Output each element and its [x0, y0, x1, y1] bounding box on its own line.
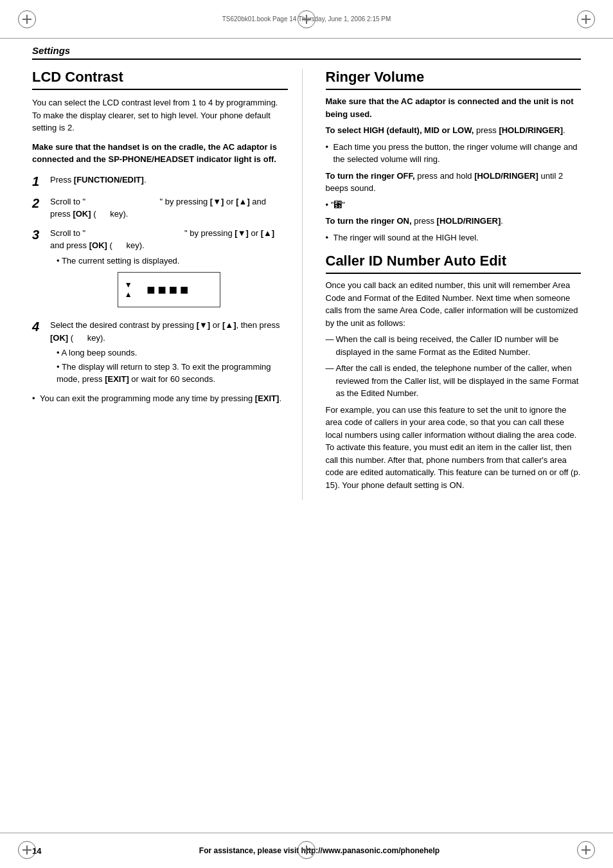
ringer-on-bullet: The ringer will sound at the HIGH level. — [326, 231, 582, 244]
caller-id-title: Caller ID Number Auto Edit — [326, 253, 582, 274]
ringer-off-text: To turn the ringer OFF, press and hold [… — [326, 170, 582, 195]
lcd-display: ▼▲ ■■■■ — [118, 272, 220, 307]
lcd-contrast-intro: You can select the LCD contrast level fr… — [32, 96, 288, 134]
step-4-bullet-1: • A long beep sounds. — [50, 347, 288, 359]
ringer-off-symbol: • "␹" — [326, 199, 582, 212]
caller-id-para1: Once you call back an edited number, thi… — [326, 279, 582, 329]
ringer-bullet-1: Each time you press the button, the ring… — [326, 141, 582, 166]
reg-mark-top-left — [18, 10, 36, 28]
step-3-bullet: • The current setting is displayed. — [50, 255, 288, 267]
step-1-content: Press [FUNCTION/EDIT]. — [50, 174, 288, 186]
exit-note: You can exit the programming mode any ti… — [32, 392, 288, 405]
lcd-arrows: ▼▲ — [125, 280, 132, 299]
lcd-contrast-bold-note: Make sure that the handset is on the cra… — [32, 141, 288, 166]
reg-mark-top-mid — [298, 10, 315, 28]
caller-id-para2: For example, you can use this feature to… — [326, 404, 582, 492]
step-4: 4 Select the desired contrast by pressin… — [32, 319, 288, 386]
step-3-number: 3 — [32, 227, 50, 242]
bottom-border: 14 For assistance, please visit http://w… — [0, 833, 613, 868]
reg-mark-bottom-mid — [298, 841, 315, 859]
step-3: 3 Scroll to " " by pressing [▼] or [▲] a… — [32, 227, 288, 313]
step-4-number: 4 — [32, 319, 50, 334]
ringer-select-text: To select HIGH (default), MID or LOW, pr… — [326, 124, 582, 137]
lcd-contrast-section: LCD Contrast You can select the LCD cont… — [32, 69, 303, 500]
section-heading: Settings — [32, 45, 581, 60]
page: TS620bk01.book Page 14 Thursday, June 1,… — [0, 0, 613, 868]
two-column-layout: LCD Contrast You can select the LCD cont… — [32, 69, 581, 500]
content-area: Settings LCD Contrast You can select the… — [0, 39, 613, 507]
ringer-volume-title: Ringer Volume — [326, 69, 582, 90]
caller-id-section: Caller ID Number Auto Edit Once you call… — [326, 253, 582, 491]
caller-id-dash1: When the call is being received, the Cal… — [326, 333, 582, 358]
step-4-bullet-2: • The display will return to step 3. To … — [50, 361, 288, 386]
step-1-number: 1 — [32, 174, 50, 189]
reg-mark-bottom-left — [18, 841, 36, 859]
step-2-content: Scroll to " " by pressing [▼] or [▲] and… — [50, 195, 288, 221]
right-column: Ringer Volume Make sure that the AC adap… — [322, 69, 582, 500]
page-number: 14 — [32, 846, 58, 856]
footer-text: For assistance, please visit http://www.… — [58, 846, 581, 855]
ringer-on-text: To turn the ringer ON, press [HOLD/RINGE… — [326, 215, 582, 228]
ringer-volume-bold-note: Make sure that the AC adaptor is connect… — [326, 95, 582, 120]
lcd-contrast-title: LCD Contrast — [32, 69, 288, 90]
ringer-select-bold: To select HIGH (default), MID or LOW, — [326, 125, 474, 135]
reg-mark-top-right — [577, 10, 595, 28]
caller-id-dash2: After the call is ended, the telephone n… — [326, 362, 582, 400]
step-4-content: Select the desired contrast by pressing … — [50, 319, 288, 386]
ringer-volume-section: Ringer Volume Make sure that the AC adap… — [326, 69, 582, 244]
top-border: TS620bk01.book Page 14 Thursday, June 1,… — [0, 0, 613, 39]
step-3-content: Scroll to " " by pressing [▼] or [▲] and… — [50, 227, 288, 313]
step-2-number: 2 — [32, 195, 50, 211]
reg-mark-bottom-right — [577, 841, 595, 859]
step-2: 2 Scroll to " " by pressing [▼] or [▲] a… — [32, 195, 288, 221]
step-1: 1 Press [FUNCTION/EDIT]. — [32, 174, 288, 189]
lcd-blocks: ■■■■ — [147, 279, 191, 300]
